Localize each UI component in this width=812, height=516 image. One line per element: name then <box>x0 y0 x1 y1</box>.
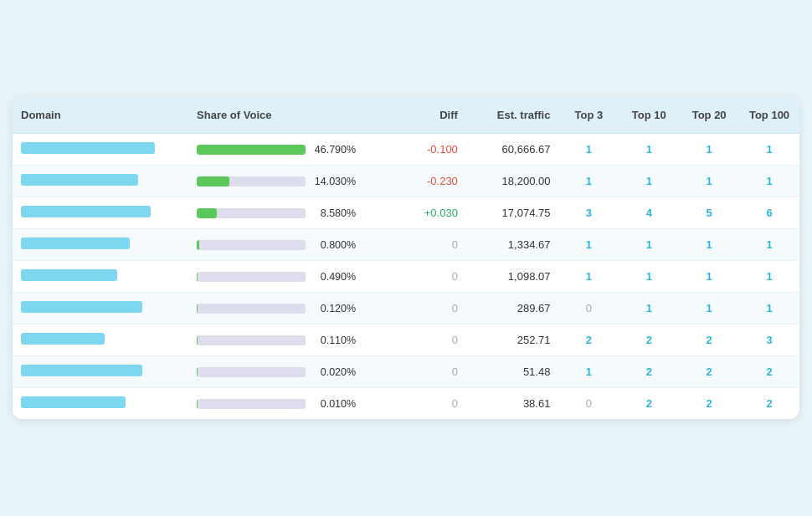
top20-cell: 1 <box>679 261 739 293</box>
domain-cell <box>13 261 188 293</box>
table-row: 46.790%-0.10060,666.671111 <box>13 134 799 166</box>
col-header-top3: Top 3 <box>558 97 619 134</box>
diff-cell: 0 <box>401 261 465 293</box>
sov-percentage: 0.800% <box>312 239 356 251</box>
top20-cell: 1 <box>679 293 739 324</box>
top100-cell: 6 <box>739 197 799 229</box>
sov-percentage: 0.010% <box>312 398 356 410</box>
top20-cell: 2 <box>679 324 739 356</box>
top100-cell: 1 <box>739 293 799 324</box>
sov-cell: 0.010% <box>188 388 401 420</box>
diff-cell: +0.030 <box>401 197 465 229</box>
sov-cell: 14.030% <box>188 166 401 197</box>
top20-cell: 1 <box>679 166 739 197</box>
top10-cell: 4 <box>619 197 679 229</box>
domain-cell <box>13 229 188 261</box>
top100-cell: 1 <box>739 134 799 166</box>
traffic-cell: 18,200.00 <box>466 166 559 197</box>
top20-cell: 1 <box>679 229 739 261</box>
table-row: 0.020%051.481222 <box>13 356 799 388</box>
col-header-traffic: Est. traffic <box>466 97 559 134</box>
table-row: 8.580%+0.03017,074.753456 <box>13 197 799 229</box>
top3-cell: 1 <box>558 166 619 197</box>
traffic-cell: 17,074.75 <box>466 197 559 229</box>
traffic-cell: 1,098.07 <box>466 261 559 293</box>
col-header-top20: Top 20 <box>679 97 739 134</box>
domain-cell <box>13 134 188 166</box>
sov-percentage: 0.110% <box>312 335 356 346</box>
share-of-voice-table: Domain Share of Voice Diff Est. traffic … <box>13 97 799 419</box>
sov-percentage: 0.490% <box>312 271 356 283</box>
top100-cell: 2 <box>739 388 799 420</box>
traffic-cell: 252.71 <box>466 324 559 356</box>
domain-cell <box>13 197 188 229</box>
top3-cell: 0 <box>558 293 619 324</box>
sov-cell: 46.790% <box>188 134 401 166</box>
traffic-cell: 60,666.67 <box>466 134 559 166</box>
domain-cell <box>13 166 188 197</box>
top3-cell: 2 <box>558 324 619 356</box>
top10-cell: 1 <box>619 293 679 324</box>
top100-cell: 1 <box>739 229 799 261</box>
top3-cell: 1 <box>558 356 619 388</box>
top10-cell: 1 <box>619 261 679 293</box>
diff-cell: -0.230 <box>401 166 465 197</box>
domain-cell <box>13 293 188 324</box>
top3-cell: 1 <box>558 261 619 293</box>
top100-cell: 3 <box>739 324 799 356</box>
table-row: 0.490%01,098.071111 <box>13 261 799 293</box>
col-header-sov: Share of Voice <box>188 97 401 134</box>
table-row: 0.110%0252.712223 <box>13 324 799 356</box>
sov-cell: 0.490% <box>188 261 401 293</box>
traffic-cell: 38.61 <box>466 388 559 420</box>
top100-cell: 1 <box>739 261 799 293</box>
sov-percentage: 46.790% <box>312 144 356 156</box>
table-row: 0.120%0289.670111 <box>13 293 799 324</box>
sov-cell: 0.800% <box>188 229 401 261</box>
domain-cell <box>13 324 188 356</box>
sov-percentage: 0.020% <box>312 366 356 378</box>
top100-cell: 2 <box>739 356 799 388</box>
top10-cell: 1 <box>619 166 679 197</box>
diff-cell: 0 <box>401 388 465 420</box>
top3-cell: 1 <box>558 229 619 261</box>
diff-cell: 0 <box>401 229 465 261</box>
sov-percentage: 8.580% <box>312 207 356 219</box>
top20-cell: 2 <box>679 388 739 420</box>
sov-percentage: 0.120% <box>312 303 356 314</box>
traffic-cell: 289.67 <box>466 293 559 324</box>
top20-cell: 2 <box>679 356 739 388</box>
diff-cell: 0 <box>401 293 465 324</box>
diff-cell: -0.100 <box>401 134 465 166</box>
top10-cell: 2 <box>619 324 679 356</box>
table-row: 0.010%038.610222 <box>13 388 799 420</box>
col-header-top10: Top 10 <box>619 97 679 134</box>
traffic-cell: 1,334.67 <box>466 229 559 261</box>
top10-cell: 1 <box>619 134 679 166</box>
sov-cell: 0.120% <box>188 293 401 324</box>
diff-cell: 0 <box>401 324 465 356</box>
top10-cell: 1 <box>619 229 679 261</box>
top3-cell: 0 <box>558 388 619 420</box>
sov-cell: 0.110% <box>188 324 401 356</box>
col-header-diff: Diff <box>401 97 465 134</box>
top20-cell: 1 <box>679 134 739 166</box>
sov-percentage: 14.030% <box>312 176 356 187</box>
top20-cell: 5 <box>679 197 739 229</box>
sov-cell: 0.020% <box>188 356 401 388</box>
traffic-cell: 51.48 <box>466 356 559 388</box>
table-row: 14.030%-0.23018,200.001111 <box>13 166 799 197</box>
domain-cell <box>13 356 188 388</box>
domain-cell <box>13 388 188 420</box>
top10-cell: 2 <box>619 356 679 388</box>
diff-cell: 0 <box>401 356 465 388</box>
col-header-top100: Top 100 <box>739 97 799 134</box>
col-header-domain: Domain <box>13 97 188 134</box>
top3-cell: 1 <box>558 134 619 166</box>
table-row: 0.800%01,334.671111 <box>13 229 799 261</box>
top10-cell: 2 <box>619 388 679 420</box>
top100-cell: 1 <box>739 166 799 197</box>
top3-cell: 3 <box>558 197 619 229</box>
sov-cell: 8.580% <box>188 197 401 229</box>
